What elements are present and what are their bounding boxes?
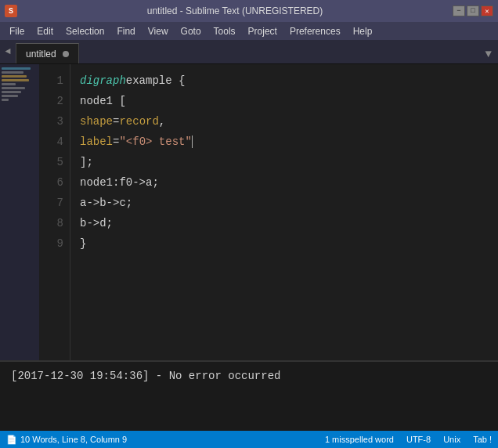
code-token: , (159, 115, 165, 128)
code-token: node1:f0->a; (80, 176, 159, 189)
code-line: label="<f0> test" (80, 132, 489, 152)
status-line-ending[interactable]: Unix (443, 435, 460, 444)
tab-label: untitled (26, 49, 56, 60)
status-right: 1 misspelled word UTF-8 Unix Tab ! (325, 435, 492, 444)
code-line: node1 [ (80, 91, 489, 111)
window-title: untitled - Sublime Text (UNREGISTERED) (22, 5, 448, 16)
app-icon: S (5, 5, 17, 17)
line-number: 9 (39, 233, 70, 254)
line-number: 4 (39, 132, 70, 152)
menu-item-project[interactable]: Project (242, 24, 283, 38)
line-numbers: 123456789 (39, 64, 70, 360)
line-number: 7 (39, 193, 70, 213)
menu-item-help[interactable]: Help (347, 24, 379, 38)
code-token: node1 [ (80, 95, 126, 107)
output-text: [2017-12-30 19:54:36] - No error occurre… (11, 370, 280, 382)
code-line: } (80, 233, 489, 254)
minimap-line (2, 87, 25, 89)
minimap-line (2, 83, 16, 85)
minimap-line (2, 91, 21, 93)
menu-item-preferences[interactable]: Preferences (283, 24, 347, 38)
minimap-line (2, 99, 9, 101)
code-token: label (80, 135, 113, 148)
status-bar: 📄 10 Words, Line 8, Column 9 1 misspelle… (0, 431, 498, 448)
menu-item-selection[interactable]: Selection (60, 24, 110, 38)
tab-dropdown-button[interactable]: ▼ (482, 45, 495, 63)
status-spelling[interactable]: 1 misspelled word (325, 435, 394, 444)
code-token: record (119, 115, 158, 128)
text-cursor (192, 135, 193, 148)
line-number: 8 (39, 213, 70, 233)
title-bar: S untitled - Sublime Text (UNREGISTERED)… (0, 0, 498, 22)
menu-item-find[interactable]: Find (110, 24, 141, 38)
code-line: b->d; (80, 213, 489, 233)
code-token: shape (80, 115, 113, 128)
code-token: } (80, 237, 86, 250)
code-line: digraph example { (80, 70, 489, 91)
code-token: ]; (80, 156, 93, 168)
code-area[interactable]: digraph example { node1 [ shape=record, … (70, 64, 498, 360)
status-word-count[interactable]: 10 Words, Line 8, Column 9 (20, 435, 127, 444)
editor-container: 123456789 digraph example { node1 [ shap… (0, 64, 498, 360)
code-token: = (113, 115, 119, 128)
menu-item-view[interactable]: View (142, 24, 175, 38)
menu-item-file[interactable]: File (3, 24, 31, 38)
minimap-line (2, 67, 31, 70)
status-file-icon: 📄 (6, 435, 17, 445)
code-token: "<f0> test" (119, 135, 191, 148)
line-number: 2 (39, 91, 70, 111)
menu-item-tools[interactable]: Tools (208, 24, 242, 38)
minimap-line (2, 71, 23, 74)
line-number: 6 (39, 172, 70, 193)
code-token: digraph (80, 74, 126, 87)
line-number: 5 (39, 152, 70, 172)
output-area: [2017-12-30 19:54:36] - No error occurre… (0, 360, 498, 431)
minimap-content (0, 64, 39, 106)
code-token: b->d; (80, 217, 113, 229)
minimap-line (2, 79, 29, 81)
code-line: shape=record, (80, 111, 489, 132)
window-controls: − □ ✕ (453, 5, 493, 16)
code-line: node1:f0->a; (80, 172, 489, 193)
code-line: a->b->c; (80, 193, 489, 213)
code-line: ]; (80, 152, 489, 172)
code-token: a->b->c; (80, 197, 132, 209)
maximize-button[interactable]: □ (467, 5, 479, 16)
tab-bar: ◄ untitled ▼ (0, 41, 498, 64)
minimap-line (2, 95, 18, 97)
menu-item-goto[interactable]: Goto (175, 24, 208, 38)
line-number: 1 (39, 70, 70, 91)
menu-item-edit[interactable]: Edit (31, 24, 60, 38)
tab-modified-dot (63, 51, 69, 57)
minimap-line (2, 75, 27, 78)
line-number: 3 (39, 111, 70, 132)
menu-bar: FileEditSelectionFindViewGotoToolsProjec… (0, 22, 498, 41)
status-indent[interactable]: Tab ! (473, 435, 492, 444)
code-token: = (113, 135, 119, 148)
status-left: 📄 10 Words, Line 8, Column 9 (6, 435, 127, 445)
code-token: example { (126, 74, 186, 87)
close-button[interactable]: ✕ (481, 5, 493, 16)
minimize-button[interactable]: − (453, 5, 465, 16)
status-encoding[interactable]: UTF-8 (406, 435, 431, 444)
tab-scroll-left[interactable]: ◄ (0, 40, 16, 63)
minimap (0, 64, 39, 360)
active-tab[interactable]: untitled (16, 43, 79, 63)
